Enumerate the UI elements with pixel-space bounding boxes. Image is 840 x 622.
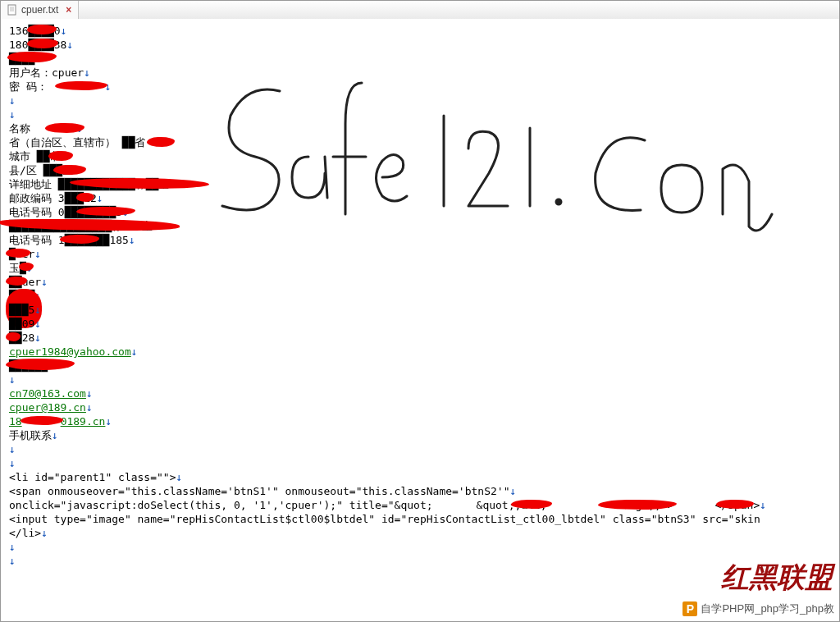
code-line: </li>	[9, 527, 41, 539]
email-link[interactable]: cn70@163.com	[9, 387, 86, 400]
text-line: ██09	[9, 318, 34, 330]
footer-badge[interactable]: P 自学PHP网_php学习_php教	[681, 600, 836, 618]
file-tab[interactable]: cpuer.txt ×	[1, 1, 79, 19]
editor-content[interactable]: 136████0↓ 180████38↓ ████↓ 用户名：cpuer↓ 密 …	[1, 19, 839, 621]
text-line: ███5	[9, 304, 34, 316]
svg-rect-0	[8, 5, 16, 15]
footer-text: 自学PHP网_php学习_php教	[701, 601, 834, 616]
code-line: onclick="javascript:doSelect(this, 0, '1…	[9, 499, 433, 511]
email-link[interactable]: cpuer1984@yahoo.com	[9, 345, 131, 358]
email-link[interactable]: cpuer@189.cn	[9, 401, 86, 414]
code-line: <input type="image" name="repHisContactL…	[9, 513, 760, 525]
password-label: 密 码：	[9, 80, 48, 93]
contact-label: 手机联系	[9, 429, 52, 441]
tab-filename: cpuer.txt	[21, 4, 58, 16]
newline-marker: ↓	[61, 25, 67, 37]
tab-bar: cpuer.txt ×	[1, 1, 839, 20]
close-icon[interactable]: ×	[66, 4, 71, 16]
province-label: 省（自治区、直辖市）	[9, 136, 116, 149]
province-value: ██省	[122, 136, 146, 149]
editor-window: cpuer.txt × 136████0↓ 180████38↓ ████↓ 用…	[0, 0, 840, 622]
code-line: <li id="parent1" class="">	[9, 471, 176, 483]
name-label: 名称	[9, 122, 30, 135]
username-value: cpuer	[52, 66, 84, 79]
php-badge-icon: P	[682, 601, 697, 616]
username-label: 用户名：	[9, 66, 52, 79]
code-line: <span onmouseover="this.className='btnS1…	[9, 485, 509, 497]
text-file-icon	[7, 4, 17, 16]
